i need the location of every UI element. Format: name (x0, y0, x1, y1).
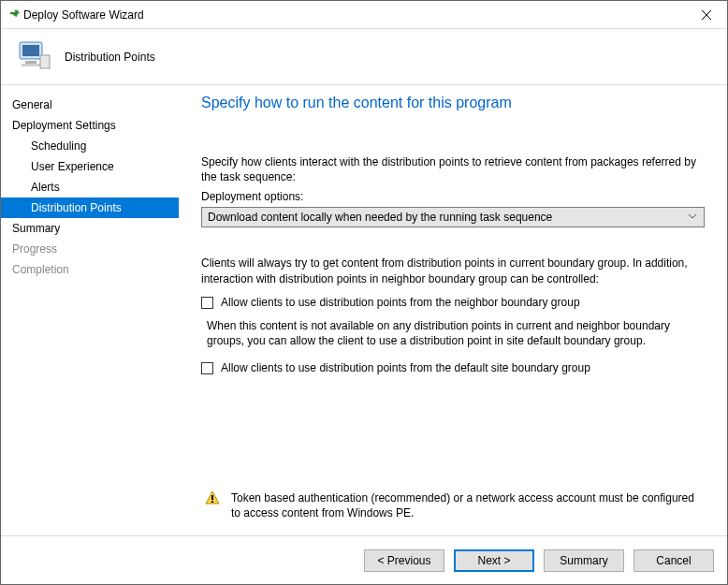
checkbox-default-row[interactable]: Allow clients to use distribution points… (201, 361, 705, 374)
checkbox-neighbor[interactable] (201, 297, 213, 309)
boundary-group-text: Clients will always try to get content f… (201, 256, 705, 285)
warning-icon (205, 490, 220, 508)
checkbox-default-label: Allow clients to use distribution points… (221, 361, 590, 374)
sidebar-item-scheduling[interactable]: Scheduling (1, 136, 179, 156)
cancel-button[interactable]: Cancel (633, 549, 714, 572)
svg-rect-4 (40, 55, 50, 68)
page-title: Specify how to run the content for this … (201, 95, 705, 111)
title-arrow-icon (8, 6, 23, 23)
sidebar-item-distribution-points[interactable]: Distribution Points (1, 197, 179, 218)
deployment-options-combo[interactable]: Download content locally when needed by … (201, 207, 705, 227)
checkbox-default[interactable] (201, 362, 213, 374)
summary-button[interactable]: Summary (544, 549, 624, 572)
deployment-options-label: Deployment options: (201, 190, 705, 203)
svg-rect-5 (211, 495, 213, 500)
sidebar-item-completion: Completion (1, 259, 179, 280)
wizard-sidebar: General Deployment Settings Scheduling U… (1, 85, 179, 535)
header-title: Distribution Points (65, 51, 155, 64)
wizard-content: Specify how to run the content for this … (179, 85, 727, 535)
checkbox-neighbor-label: Allow clients to use distribution points… (221, 296, 580, 309)
sidebar-item-alerts[interactable]: Alerts (1, 177, 179, 197)
deployment-options-value: Download content locally when needed by … (208, 211, 552, 224)
svg-rect-6 (211, 501, 213, 503)
svg-rect-3 (22, 64, 40, 66)
warning-row: Token based authentication (recommended)… (201, 490, 705, 535)
svg-rect-1 (22, 45, 39, 56)
sidebar-item-deployment-settings[interactable]: Deployment Settings (1, 115, 179, 136)
svg-rect-2 (25, 61, 36, 64)
next-button[interactable]: Next > (454, 549, 534, 572)
wizard-footer: < Previous Next > Summary Cancel (1, 535, 727, 584)
close-button[interactable] (685, 1, 727, 29)
computer-icon (14, 37, 51, 77)
previous-button[interactable]: < Previous (364, 549, 444, 572)
wizard-window: Deploy Software Wizard Distribution Poin… (0, 0, 728, 585)
sidebar-item-user-experience[interactable]: User Experience (1, 156, 179, 177)
checkbox-neighbor-row[interactable]: Allow clients to use distribution points… (201, 296, 705, 309)
window-title: Deploy Software Wizard (23, 8, 685, 22)
sidebar-item-general[interactable]: General (1, 95, 179, 115)
wizard-header: Distribution Points (1, 29, 727, 85)
sidebar-item-summary[interactable]: Summary (1, 218, 179, 239)
wizard-body: General Deployment Settings Scheduling U… (1, 85, 727, 535)
intro-text: Specify how clients interact with the di… (201, 154, 705, 184)
sidebar-item-progress: Progress (1, 239, 179, 259)
fallback-text: When this content is not available on an… (201, 318, 705, 348)
title-bar: Deploy Software Wizard (1, 1, 727, 29)
chevron-down-icon (687, 211, 698, 225)
warning-text: Token based authentication (recommended)… (231, 490, 705, 520)
